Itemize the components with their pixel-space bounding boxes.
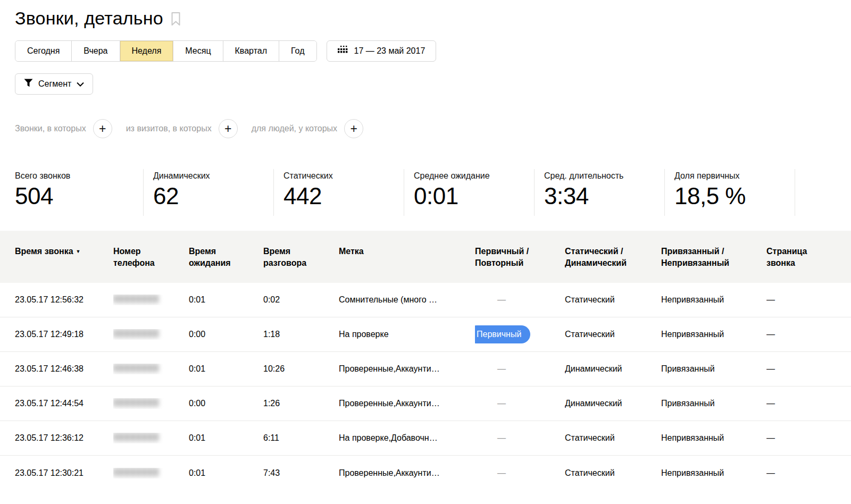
col-header-call-time[interactable]: Время звонка▼ [15, 246, 113, 257]
tab-yesterday[interactable]: Вчера [71, 41, 119, 61]
tab-week[interactable]: Неделя [120, 41, 173, 61]
primary-badge: Первичный [475, 325, 530, 343]
date-range-label: 17 — 23 май 2017 [354, 46, 426, 56]
table-row[interactable]: 23.05.17 12:49:18 0:00 1:18 На проверке … [0, 317, 851, 352]
cell-bound: Непривязанный [661, 468, 766, 478]
stat-total-calls: Всего звонков 504 [15, 169, 144, 216]
cell-static-dynamic: Статический [565, 295, 661, 305]
add-call-filter-button[interactable]: + [93, 119, 112, 138]
cell-talk-time: 7:43 [263, 468, 339, 478]
stat-value: 62 [153, 183, 273, 209]
col-header-static[interactable]: Статический / Динамический [565, 246, 661, 268]
cell-call-time: 23.05.17 12:44:54 [15, 399, 113, 408]
table-row[interactable]: 23.05.17 12:36:12 0:01 6:11 На проверке,… [0, 421, 851, 456]
stat-label: Всего звонков [15, 171, 143, 181]
stat-avg-duration: Сред. длительность 3:34 [535, 169, 665, 216]
cell-talk-time: 1:26 [263, 399, 339, 408]
cell-bound: Непривязанный [661, 295, 766, 305]
stat-value: 504 [15, 183, 143, 209]
filter-label-calls: Звонки, в которых [15, 124, 86, 133]
col-header-label: Время звонка [15, 247, 73, 256]
funnel-icon [24, 79, 33, 89]
phone-number-redacted [113, 329, 159, 338]
cell-wait-time: 0:01 [189, 433, 263, 443]
cell-tag: Проверенные,Аккаунти… [339, 399, 475, 408]
cell-talk-time: 6:11 [263, 433, 339, 443]
bookmark-icon[interactable] [171, 12, 181, 28]
cell-tag: Сомнительные (много … [339, 295, 475, 305]
date-range-picker[interactable]: 17 — 23 май 2017 [327, 40, 437, 62]
cell-tag: На проверке [339, 330, 475, 339]
add-visit-filter-button[interactable]: + [219, 119, 238, 138]
cell-wait-time: 0:00 [189, 330, 263, 339]
phone-number-redacted [113, 295, 159, 303]
cell-call-time: 23.05.17 12:36:12 [15, 433, 113, 443]
tab-quarter[interactable]: Квартал [223, 41, 279, 61]
col-header-tag[interactable]: Метка [339, 246, 475, 257]
period-controls: Сегодня Вчера Неделя Месяц Квартал Год 1… [15, 40, 851, 62]
calendar-grid-icon [338, 46, 348, 56]
cell-tag: Проверенные,Аккаунти… [339, 364, 475, 374]
cell-primary: — [475, 468, 506, 478]
cell-call-page: — [766, 433, 835, 443]
cell-talk-time: 1:18 [263, 330, 339, 339]
cell-static-dynamic: Динамический [565, 364, 661, 374]
cell-call-page: — [766, 330, 835, 339]
stat-label: Динамических [153, 171, 273, 181]
cell-primary: — [475, 295, 506, 305]
stat-label: Доля первичных [674, 171, 795, 181]
summary-stats: Всего звонков 504 Динамических 62 Статич… [15, 169, 851, 216]
col-header-call-page[interactable]: Страница звонка [766, 246, 835, 268]
stat-value: 18,5 % [674, 183, 795, 209]
col-header-phone[interactable]: Номер телефона [113, 246, 189, 268]
calls-table-header: Время звонка▼ Номер телефона Время ожида… [0, 231, 851, 283]
cell-call-time: 23.05.17 12:46:38 [15, 364, 113, 374]
phone-number-redacted [113, 433, 159, 441]
stat-first-time-share: Доля первичных 18,5 % [665, 169, 795, 216]
tab-year[interactable]: Год [279, 41, 316, 61]
col-header-talk-time[interactable]: Время разговора [263, 246, 339, 268]
segment-label: Сегмент [38, 79, 71, 89]
period-tab-group: Сегодня Вчера Неделя Месяц Квартал Год [15, 40, 317, 62]
cell-call-page: — [766, 468, 835, 478]
cell-call-page: — [766, 295, 835, 305]
cell-static-dynamic: Статический [565, 468, 661, 478]
table-row[interactable]: 23.05.17 12:44:54 0:00 1:26 Проверенные,… [0, 387, 851, 421]
calls-table: Время звонка▼ Номер телефона Время ожида… [0, 231, 851, 490]
table-row[interactable]: 23.05.17 12:30:21 0:01 7:43 Проверенные,… [0, 456, 851, 490]
filter-builder: Звонки, в которых + из визитов, в которы… [15, 119, 851, 138]
col-header-primary[interactable]: Первичный / Повторный [475, 246, 565, 268]
cell-call-page: — [766, 399, 835, 408]
cell-static-dynamic: Статический [565, 330, 661, 339]
page-header: Звонки, детально [0, 0, 851, 30]
stat-label: Статических [283, 171, 404, 181]
segment-button[interactable]: Сегмент [15, 73, 93, 95]
cell-talk-time: 10:26 [263, 364, 339, 374]
cell-call-page: — [766, 364, 835, 374]
stat-dynamic: Динамических 62 [144, 169, 274, 216]
tab-month[interactable]: Месяц [173, 41, 222, 61]
segment-row: Сегмент [15, 73, 851, 95]
cell-bound: Привязанный [661, 399, 766, 408]
col-header-bound[interactable]: Привязанный / Непривязанный [661, 246, 766, 268]
cell-wait-time: 0:01 [189, 295, 263, 305]
cell-bound: Привязанный [661, 364, 766, 374]
cell-wait-time: 0:00 [189, 399, 263, 408]
sort-desc-icon: ▼ [76, 249, 81, 254]
tab-today[interactable]: Сегодня [15, 41, 71, 61]
table-row[interactable]: 23.05.17 12:46:38 0:01 10:26 Проверенные… [0, 352, 851, 387]
stat-value: 3:34 [544, 183, 664, 209]
stat-label: Среднее ожидание [414, 171, 534, 181]
col-header-wait-time[interactable]: Время ожидания [189, 246, 263, 268]
cell-wait-time: 0:01 [189, 468, 263, 478]
table-row[interactable]: 23.05.17 12:56:32 0:01 0:02 Сомнительные… [0, 283, 851, 317]
cell-bound: Непривязанный [661, 433, 766, 443]
filter-label-visits: из визитов, в которых [126, 124, 212, 133]
add-people-filter-button[interactable]: + [344, 119, 363, 138]
stat-static: Статических 442 [274, 169, 404, 216]
cell-tag: Проверенные,Аккаунти… [339, 468, 475, 478]
stat-value: 0:01 [414, 183, 534, 209]
cell-call-time: 23.05.17 12:30:21 [15, 468, 113, 478]
chevron-down-icon [77, 79, 84, 89]
stat-label: Сред. длительность [544, 171, 664, 181]
